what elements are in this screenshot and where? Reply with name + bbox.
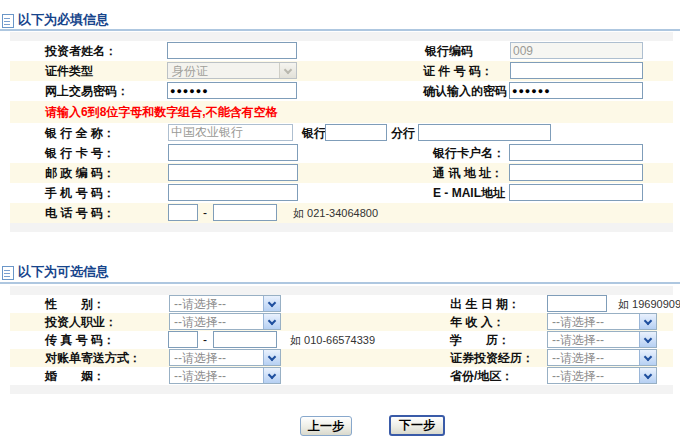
fax-label: 传 真 号 码： xyxy=(45,331,115,349)
form-row-mobile-email: 手 机 号 码： E - MAIL地址： xyxy=(10,183,673,203)
panel-bottom-strip xyxy=(10,223,673,232)
panel-top-strip xyxy=(10,286,673,295)
education-select[interactable]: --请选择-- xyxy=(547,331,657,348)
chevron-down-icon xyxy=(279,63,296,78)
branch-label: 分行 xyxy=(391,123,415,143)
panel-bottom-strip xyxy=(10,385,673,394)
form-row-idtype-idnumber: 证件类型 身份证 证 件 号 码： xyxy=(10,61,673,81)
investment-experience-select-value: --请选择-- xyxy=(552,351,604,365)
annual-income-select-value: --请选择-- xyxy=(552,315,604,329)
occupation-label: 投资人职业： xyxy=(45,313,117,331)
panel-top-strip xyxy=(10,32,673,41)
form-row-occupation-income: 投资人职业： --请选择-- 年 收 入： --请选择-- xyxy=(10,313,673,331)
marriage-select[interactable]: --请选择-- xyxy=(169,367,281,384)
confirm-password-input[interactable] xyxy=(509,82,643,99)
chevron-down-icon xyxy=(263,368,280,383)
next-step-button[interactable]: 下一步 xyxy=(389,415,445,436)
list-icon xyxy=(2,266,14,280)
gender-select[interactable]: --请选择-- xyxy=(169,295,281,312)
postal-code-input[interactable] xyxy=(168,164,298,181)
phone-number-input[interactable] xyxy=(213,204,277,221)
bank-full-name-input xyxy=(168,124,293,141)
form-row-postal-address: 邮 政 编 码： 通 讯 地 址： xyxy=(10,163,673,183)
province-region-select-value: --请选择-- xyxy=(552,369,604,383)
email-input[interactable] xyxy=(509,184,643,201)
trade-password-label: 网上交易密码： xyxy=(45,81,129,101)
birth-date-example-text: 如 19690909 xyxy=(618,295,680,313)
chevron-down-icon xyxy=(639,368,656,383)
form-row-card: 银 行 卡 号： 银行卡户名： xyxy=(10,143,673,163)
trade-password-input[interactable] xyxy=(167,82,297,99)
occupation-select[interactable]: --请选择-- xyxy=(169,313,281,330)
mailing-address-label: 通 讯 地 址： xyxy=(433,163,503,183)
form-row-marriage-province: 婚 姻： --请选择-- 省份/地区： --请选择-- xyxy=(10,367,673,385)
email-label: E - MAIL地址： xyxy=(433,183,517,203)
phone-area-code-input[interactable] xyxy=(168,204,198,221)
form-row-gender-birth: 性 别： --请选择-- 出 生 日 期： 如 19690909 xyxy=(10,295,673,313)
investor-name-input[interactable] xyxy=(167,42,297,59)
investment-experience-select[interactable]: --请选择-- xyxy=(547,349,657,366)
form-row-bank: 银 行 全 称： 银行 分行 xyxy=(10,123,673,143)
id-number-label: 证 件 号 码： xyxy=(423,61,493,81)
id-type-label: 证件类型 xyxy=(45,61,93,81)
postal-code-label: 邮 政 编 码： xyxy=(45,163,115,183)
list-icon xyxy=(2,14,14,28)
chevron-down-icon xyxy=(263,296,280,311)
investment-experience-label: 证券投资经历： xyxy=(450,349,534,367)
education-label: 学 历： xyxy=(450,331,510,349)
branch-input[interactable] xyxy=(418,124,551,141)
form-row-password-hint: 请输入6到8位字母和数字组合,不能含有空格 xyxy=(10,101,673,123)
optional-section-title: 以下为可选信息 xyxy=(18,263,109,281)
statement-delivery-label: 对账单寄送方式： xyxy=(45,349,141,367)
chevron-down-icon xyxy=(639,332,656,347)
province-region-select[interactable]: --请选择-- xyxy=(547,367,657,384)
phone-label: 电 话 号 码： xyxy=(45,203,115,223)
statement-delivery-select[interactable]: --请选择-- xyxy=(169,349,281,366)
id-number-input[interactable] xyxy=(510,62,643,79)
annual-income-select[interactable]: --请选择-- xyxy=(547,313,657,330)
form-row-passwords: 网上交易密码： 确认输入的密码： xyxy=(10,81,673,101)
fax-area-code-input[interactable] xyxy=(168,331,198,348)
bank-card-holder-input[interactable] xyxy=(509,144,643,161)
mobile-label: 手 机 号 码： xyxy=(45,183,115,203)
occupation-select-value: --请选择-- xyxy=(174,315,226,329)
form-row-investor-bankcode: 投资者姓名： 银行编码 xyxy=(10,41,673,61)
chevron-down-icon xyxy=(263,314,280,329)
mailing-address-input[interactable] xyxy=(509,164,643,181)
marriage-select-value: --请选择-- xyxy=(174,369,226,383)
form-row-fax-education: 传 真 号 码： - 如 010-66574339 学 历： --请选择-- xyxy=(10,331,673,349)
gender-select-value: --请选择-- xyxy=(174,297,226,311)
id-type-select-value: 身份证 xyxy=(172,64,208,78)
bank-card-no-label: 银 行 卡 号： xyxy=(45,143,115,163)
bank-card-holder-label: 银行卡户名： xyxy=(433,143,505,163)
phone-separator: - xyxy=(203,203,207,223)
phone-example-text: 如 021-34064800 xyxy=(293,203,378,223)
id-type-select: 身份证 xyxy=(167,62,297,79)
bank-code-label: 银行编码 xyxy=(425,41,473,61)
required-section-title: 以下为必填信息 xyxy=(18,11,109,29)
bank-short-label: 银行 xyxy=(302,123,326,143)
birth-date-input[interactable] xyxy=(547,295,607,312)
confirm-password-label: 确认输入的密码： xyxy=(423,81,519,101)
gender-label: 性 别： xyxy=(45,295,105,313)
fax-separator: - xyxy=(203,331,207,349)
bank-input[interactable] xyxy=(325,124,387,141)
section-divider xyxy=(0,282,680,284)
password-hint-text: 请输入6到8位字母和数字组合,不能含有空格 xyxy=(45,101,278,123)
annual-income-label: 年 收 入： xyxy=(450,313,505,331)
education-select-value: --请选择-- xyxy=(552,333,604,347)
required-form-panel: 投资者姓名： 银行编码 证件类型 身份证 证 件 号 码： 网上交易密码： 确认… xyxy=(10,32,673,232)
statement-delivery-select-value: --请选择-- xyxy=(174,351,226,365)
birth-date-label: 出 生 日 期： xyxy=(450,295,520,313)
chevron-down-icon xyxy=(263,350,280,365)
mobile-input[interactable] xyxy=(168,184,298,201)
bank-card-no-input[interactable] xyxy=(168,144,298,161)
marriage-label: 婚 姻： xyxy=(45,367,105,385)
fax-example-text: 如 010-66574339 xyxy=(290,331,375,349)
fax-number-input[interactable] xyxy=(213,331,277,348)
bank-code-input xyxy=(510,42,643,59)
registration-form-page: 以下为必填信息 投资者姓名： 银行编码 证件类型 身份证 证 件 号 码： 网上… xyxy=(0,0,680,445)
previous-step-button[interactable]: 上一步 xyxy=(300,416,352,436)
optional-form-panel: 性 别： --请选择-- 出 生 日 期： 如 19690909 投资人职业： … xyxy=(10,286,673,394)
province-region-label: 省份/地区： xyxy=(450,367,513,385)
